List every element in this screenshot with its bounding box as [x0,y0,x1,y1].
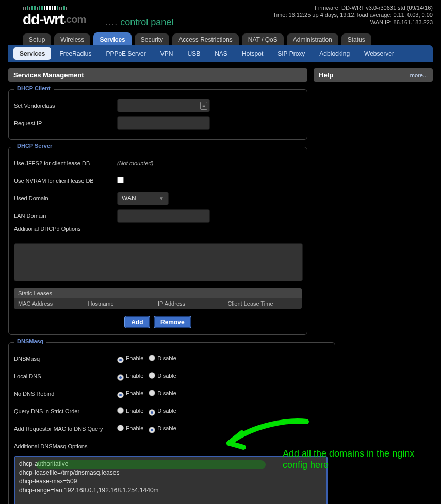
tab-status[interactable]: Status [341,33,371,45]
dnsmasq-disable-radio-2[interactable] [149,390,155,396]
tab-services[interactable]: Services [93,32,131,45]
page-title: Services Management [13,71,84,79]
used-domain-value: WAN [122,195,136,202]
add-dhcpd-textarea[interactable] [14,243,303,281]
logo-text-main: dd-wrt [23,11,64,27]
help-more-link[interactable]: more... [410,72,428,78]
logo: dd-wrt.com .... control panel [23,4,173,28]
dnsmasq-disable-radio-1[interactable] [149,372,155,379]
help-bar: Help more... [314,68,433,82]
dhcp-server-group: DHCP Server Use JFFS2 for client lease D… [8,147,307,335]
dnsmasq-disable-label-0: Disable [157,355,176,361]
remove-button[interactable]: Remove [154,316,191,328]
static-leases-header: Static Leases [14,288,302,298]
subtab-adblocking[interactable]: Adblocking [313,47,356,60]
requestip-label: Request IP [14,120,117,126]
tab-nat-qos[interactable]: NAT / QoS [242,33,284,45]
dnsmasq-enable-label-1: Enable [126,373,143,379]
dnsmasq-disable-radio-3[interactable] [149,409,155,416]
dhcp-client-legend: DHCP Client [14,85,54,91]
firmware-text: Firmware: DD-WRT v3.0-r30631 std (09/14/… [273,4,433,11]
dnsmasq-enable-label-3: Enable [126,408,143,414]
chevron-down-icon: ▼ [159,196,164,201]
dnsmasq-enable-radio-2[interactable] [117,392,124,398]
leases-col-mac-address: MAC Address [18,300,88,307]
subtab-webserver[interactable]: Webserver [358,47,400,60]
subtab-hotspot[interactable]: Hotspot [236,47,269,60]
add-dnsmasq-label: Additional DNSMasq Options [14,443,330,449]
dnsmasq-row-label-2: No DNS Rebind [14,391,117,397]
dnsmasq-enable-label-2: Enable [126,390,143,396]
add-button[interactable]: Add [124,316,150,328]
dnsmasq-enable-radio-0[interactable] [117,357,124,363]
dnsmasq-disable-label-3: Disable [157,408,176,414]
dhcp-server-legend: DHCP Server [14,143,55,149]
logo-text-suffix: .com [64,13,86,25]
dnsmasq-disable-radio-0[interactable] [149,355,155,361]
tab-security[interactable]: Security [135,33,169,45]
add-dhcpd-label: Additional DHCPd Options [14,226,302,232]
lan-domain-input[interactable] [117,209,210,223]
subtab-pppoe-server[interactable]: PPPoE Server [100,47,152,60]
wanip-text: WAN IP: 86.161.183.223 [273,19,433,26]
dnsmasq-row-label-1: Local DNS [14,373,117,379]
logo-sub-dots: .... [105,17,118,27]
dnsmasq-disable-label-2: Disable [157,390,176,396]
add-dnsmasq-textarea[interactable] [14,456,328,504]
logo-bars-decor [23,5,173,10]
system-info: Firmware: DD-WRT v3.0-r30631 std (09/14/… [273,4,433,26]
tab-administration[interactable]: Administration [287,33,338,45]
dnsmasq-legend: DNSMasq [14,338,46,344]
tab-access-restrictions[interactable]: Access Restrictions [172,33,239,45]
nvram-checkbox[interactable] [117,177,124,183]
jffs2-value: (Not mounted) [117,160,302,166]
jffs2-label: Use JFFS2 for client lease DB [14,160,117,166]
dnsmasq-group: DNSMasq DNSMasqEnableDisableLocal DNSEna… [8,342,335,504]
dnsmasq-enable-radio-4[interactable] [117,425,124,431]
tab-wireless[interactable]: Wireless [54,33,90,45]
logo-sub-text: control panel [120,17,173,27]
dnsmasq-enable-radio-1[interactable] [117,374,124,381]
dnsmasq-row-label-0: DNSMasq [14,356,117,362]
dnsmasq-enable-radio-3[interactable] [117,407,124,414]
vendorclass-input[interactable] [117,99,210,112]
dnsmasq-row-label-4: Add Requestor MAC to DNS Query [14,426,117,432]
leases-col-hostname: Hostname [88,300,158,307]
input-helper-icon[interactable]: ≡ [200,102,207,110]
vendorclass-label: Set Vendorclass [14,103,117,109]
nvram-label: Use NVRAM for client lease DB [14,178,117,184]
lan-domain-label: LAN Domain [14,213,117,219]
subtab-vpn[interactable]: VPN [154,47,179,60]
leases-col-ip-address: IP Address [158,300,228,307]
subtab-sip-proxy[interactable]: SIP Proxy [271,47,311,60]
dnsmasq-enable-label-4: Enable [126,425,143,431]
time-text: Time: 16:12:25 up 4 days, 19:12, load av… [273,11,433,19]
subtab-services[interactable]: Services [13,47,51,60]
used-domain-select[interactable]: WAN ▼ [117,192,169,205]
dnsmasq-row-label-3: Query DNS in Strict Order [14,408,117,414]
dnsmasq-enable-label-0: Enable [126,355,143,361]
static-leases-columns: MAC AddressHostnameIP AddressClient Leas… [14,298,302,309]
used-domain-label: Used Domain [14,195,117,201]
subtab-freeradius[interactable]: FreeRadius [53,47,97,60]
subtab-usb[interactable]: USB [181,47,206,60]
subtab-nas[interactable]: NAS [208,47,234,60]
leases-col-client-lease-time: Client Lease Time [228,300,298,307]
tab-setup[interactable]: Setup [23,33,51,45]
requestip-input[interactable] [117,116,210,130]
dnsmasq-disable-label-4: Disable [157,425,176,431]
page-title-bar: Services Management [8,68,307,82]
dhcp-client-group: DHCP Client Set Vendorclass ≡ Request IP [8,89,307,140]
help-title: Help [319,71,333,79]
dnsmasq-disable-label-1: Disable [157,373,176,379]
dnsmasq-disable-radio-4[interactable] [149,427,155,433]
